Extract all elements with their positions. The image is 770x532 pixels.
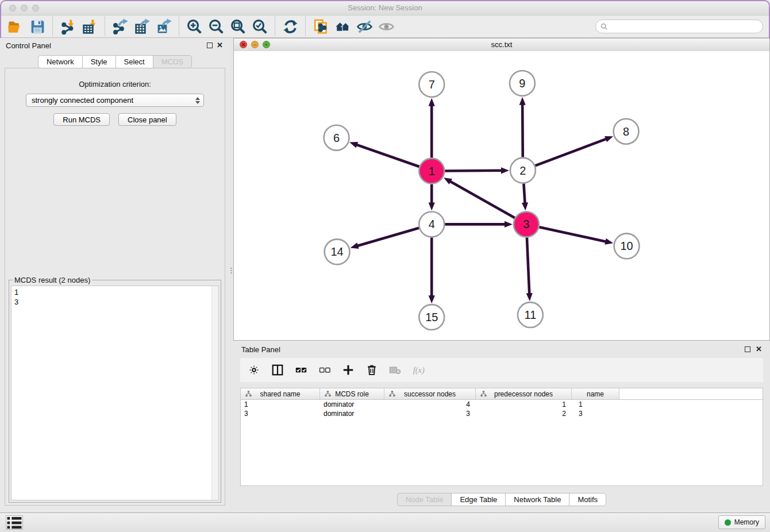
apply-layout-icon[interactable] bbox=[279, 16, 301, 37]
mcds-result-area[interactable]: 1 3 bbox=[11, 286, 219, 500]
export-table-icon[interactable] bbox=[131, 16, 153, 37]
cell-shared-name[interactable]: 1 bbox=[241, 400, 320, 409]
task-history-button[interactable] bbox=[6, 515, 23, 530]
control-panel-header: Control Panel ✕ bbox=[0, 38, 230, 53]
node-9[interactable]: 9 bbox=[510, 71, 535, 96]
divider-handle-icon[interactable] bbox=[230, 268, 232, 277]
node-1[interactable]: 1 bbox=[419, 159, 444, 184]
column-header-predecessor-nodes[interactable]: predecessor nodes bbox=[476, 388, 572, 399]
open-file-icon[interactable] bbox=[5, 16, 26, 37]
import-table-icon[interactable] bbox=[79, 16, 101, 37]
memory-status-icon bbox=[725, 519, 731, 526]
import-network-icon[interactable] bbox=[57, 16, 79, 37]
zoom-in-icon[interactable] bbox=[183, 16, 205, 37]
cell-predecessor-nodes[interactable]: 2 bbox=[476, 409, 572, 418]
save-session-icon[interactable] bbox=[26, 16, 48, 37]
table-tab-edge-table[interactable]: Edge Table bbox=[451, 493, 505, 506]
table-settings-icon[interactable] bbox=[247, 363, 261, 377]
table-panel-title: Table Panel bbox=[241, 345, 280, 354]
cell-mcds-role[interactable]: dominator bbox=[320, 400, 384, 409]
table-tab-node-table[interactable]: Node Table bbox=[397, 493, 452, 506]
node-7[interactable]: 7 bbox=[419, 72, 444, 97]
hide-selection-icon[interactable] bbox=[353, 16, 375, 37]
edge-2-3[interactable] bbox=[522, 183, 528, 210]
split-table-icon[interactable] bbox=[271, 363, 284, 377]
cell-name[interactable]: 3 bbox=[572, 409, 619, 418]
float-panel-icon[interactable] bbox=[207, 43, 213, 48]
network-canvas[interactable]: 7968124314101511 bbox=[234, 51, 769, 340]
cell-successor-nodes[interactable]: 3 bbox=[384, 409, 476, 418]
zoom-selected-icon[interactable] bbox=[249, 16, 271, 37]
memory-button[interactable]: Memory bbox=[718, 515, 765, 529]
node-10[interactable]: 10 bbox=[614, 233, 640, 259]
mcds-result-title: MCDS result (2 nodes) bbox=[13, 276, 92, 284]
edge-2-9[interactable] bbox=[519, 97, 526, 157]
tab-network[interactable]: Network bbox=[38, 55, 82, 68]
network-from-selection-icon[interactable] bbox=[310, 16, 332, 37]
edge-3-1[interactable] bbox=[444, 178, 515, 218]
close-panel-icon[interactable]: ✕ bbox=[217, 41, 223, 49]
zoom-out-icon[interactable] bbox=[205, 16, 227, 37]
table-tab-network-table[interactable]: Network Table bbox=[505, 493, 569, 506]
zoom-fit-icon[interactable] bbox=[227, 16, 249, 37]
result-scrollbar[interactable] bbox=[211, 286, 218, 500]
column-header-name[interactable]: name bbox=[572, 388, 619, 399]
cell-shared-name[interactable]: 3 bbox=[241, 409, 320, 418]
delete-column-icon[interactable] bbox=[365, 363, 379, 377]
criterion-select[interactable]: strongly connected component bbox=[26, 94, 204, 107]
edge-4-14[interactable] bbox=[351, 228, 419, 249]
node-11[interactable]: 11 bbox=[518, 302, 543, 327]
node-label: 2 bbox=[519, 164, 526, 177]
edge-1-4[interactable] bbox=[429, 184, 435, 211]
select-all-columns-icon[interactable] bbox=[294, 363, 308, 377]
first-neighbors-icon[interactable] bbox=[332, 16, 353, 37]
network-titlebar: ✕ − + scc.txt bbox=[234, 38, 769, 52]
close-panel-button[interactable]: Close panel bbox=[118, 113, 176, 126]
node-15[interactable]: 15 bbox=[419, 304, 444, 330]
export-image-icon[interactable] bbox=[153, 16, 175, 37]
run-mcds-button[interactable]: Run MCDS bbox=[53, 113, 110, 126]
search-box[interactable] bbox=[595, 20, 763, 33]
edge-1-6[interactable] bbox=[349, 142, 419, 167]
edge-1-7[interactable] bbox=[429, 98, 435, 158]
shared-column-icon bbox=[245, 391, 252, 397]
node-14[interactable]: 14 bbox=[325, 239, 350, 264]
node-3[interactable]: 3 bbox=[514, 211, 539, 237]
unselect-all-columns-icon[interactable] bbox=[318, 363, 332, 377]
cell-mcds-role[interactable]: dominator bbox=[320, 409, 384, 418]
network-graph[interactable]: 7968124314101511 bbox=[234, 51, 769, 340]
cell-successor-nodes[interactable]: 4 bbox=[384, 400, 476, 409]
table-toolbar: f(x) bbox=[240, 358, 763, 382]
column-header-mcds-role[interactable]: MCDS role bbox=[320, 388, 384, 399]
table-tab-motifs[interactable]: Motifs bbox=[569, 493, 606, 506]
shared-column-icon bbox=[480, 391, 487, 397]
node-6[interactable]: 6 bbox=[324, 125, 349, 151]
edge-3-10[interactable] bbox=[539, 227, 613, 244]
export-network-icon[interactable] bbox=[109, 16, 131, 37]
edge-4-3[interactable] bbox=[445, 221, 513, 228]
add-column-icon[interactable] bbox=[341, 363, 355, 377]
toolbar-separator bbox=[179, 17, 179, 36]
node-4[interactable]: 4 bbox=[419, 211, 444, 237]
column-header-shared-name[interactable]: shared name bbox=[241, 388, 320, 399]
edge-2-8[interactable] bbox=[535, 136, 613, 166]
tab-select[interactable]: Select bbox=[116, 55, 153, 68]
table-row-1[interactable]: 1dominator411 bbox=[241, 400, 763, 409]
cell-name[interactable]: 1 bbox=[572, 400, 619, 409]
float-table-panel-icon[interactable] bbox=[745, 346, 750, 352]
tab-mcds[interactable]: MCDS bbox=[153, 55, 192, 68]
node-8[interactable]: 8 bbox=[614, 119, 639, 144]
edge-4-15[interactable] bbox=[429, 237, 435, 303]
function-builder-icon: f(x) bbox=[412, 363, 426, 377]
node-2[interactable]: 2 bbox=[510, 158, 536, 183]
table-row-2[interactable]: 3dominator323 bbox=[241, 409, 763, 418]
toolbar-separator bbox=[105, 17, 105, 36]
tab-style[interactable]: Style bbox=[82, 55, 116, 68]
edge-3-11[interactable] bbox=[526, 237, 533, 301]
close-table-panel-icon[interactable]: ✕ bbox=[756, 345, 762, 353]
list-icon bbox=[6, 515, 22, 531]
search-input[interactable] bbox=[611, 21, 763, 32]
column-header-successor-nodes[interactable]: successor nodes bbox=[384, 388, 476, 399]
edge-1-2[interactable] bbox=[445, 167, 509, 174]
cell-predecessor-nodes[interactable]: 1 bbox=[476, 400, 572, 409]
